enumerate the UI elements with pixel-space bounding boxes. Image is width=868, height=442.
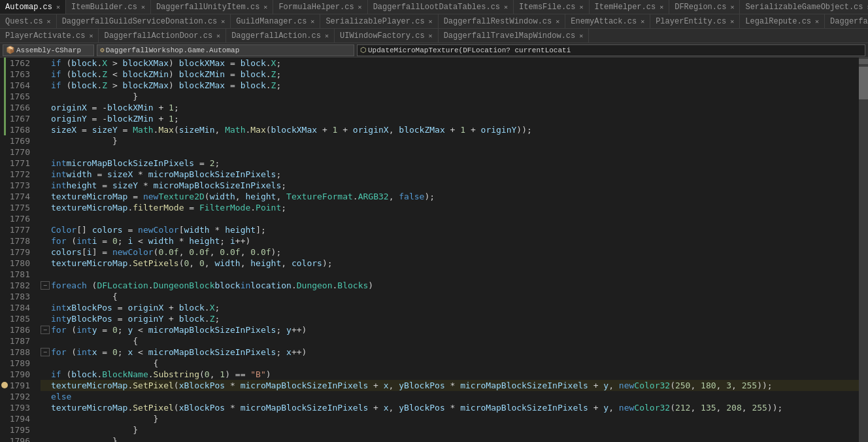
tab-EnemyAttack-cs[interactable]: EnemyAttack.cs✕ (565, 14, 650, 29)
fold-icon[interactable]: − (41, 281, 50, 290)
tab-DaggerfallUnityItem-cs[interactable]: DaggerfallUnityItem.cs✕ (151, 0, 273, 14)
code-line-1780: textureMicroMap.SetPixels(0, 0, width, h… (41, 258, 859, 269)
method-label: UpdateMicroMapTexture(DFLocation? curren… (368, 46, 571, 54)
line-num-1789: 1789 (9, 358, 34, 369)
tab-bar-row1: Automap.cs✕ItemBuilder.cs✕DaggerfallUnit… (0, 0, 868, 14)
indicator-1788 (0, 347, 9, 358)
code-line-1789: { (41, 358, 859, 369)
indicator-1773 (0, 180, 9, 191)
line-num-1762: 1762 (9, 58, 34, 69)
tab-close-5[interactable]: ✕ (641, 18, 644, 26)
indicator-1769 (0, 135, 9, 146)
line-num-1772: 1772 (9, 169, 34, 180)
tab-close-2[interactable]: ✕ (263, 3, 267, 11)
tab-FormulaHelper-cs[interactable]: FormulaHelper.cs✕ (273, 0, 367, 14)
code-line-1785: int yBlockPos = originY + block.Z; (41, 313, 859, 324)
fold-icon[interactable]: − (41, 326, 50, 334)
tab-LegalRepute-cs[interactable]: LegalRepute.cs✕ (740, 14, 825, 29)
code-line-1769: } (41, 135, 859, 146)
tab-close-0[interactable]: ✕ (56, 3, 60, 11)
tab-Automap-cs[interactable]: Automap.cs✕ (0, 0, 66, 14)
tab-PlayerEntity-cs[interactable]: PlayerEntity.cs✕ (650, 14, 740, 29)
code-line-1783: { (41, 291, 859, 302)
indicator-1764 (0, 80, 9, 91)
tab-ItemsFile-cs[interactable]: ItemsFile.cs✕ (514, 0, 589, 14)
tab-close-2[interactable]: ✕ (310, 18, 314, 26)
line-num-1767: 1767 (9, 113, 34, 124)
code-line-1776 (41, 213, 859, 224)
indicator-1779 (0, 246, 9, 258)
tab-close-1[interactable]: ✕ (141, 3, 145, 11)
indicator-1790 (0, 369, 9, 380)
tab-close-0[interactable]: ✕ (89, 32, 93, 40)
tab-close-6[interactable]: ✕ (730, 18, 734, 26)
tab-DaggerfallLootDataTables-cs[interactable]: DaggerfallLootDataTables.cs✕ (368, 0, 514, 14)
tab-close-3[interactable]: ✕ (429, 18, 433, 26)
tab-close-2[interactable]: ✕ (325, 32, 329, 40)
code-line-1775: textureMicroMap.filterMode = FilterMode.… (41, 202, 859, 213)
class-icon: ⚙ (100, 46, 105, 54)
indicator-1777 (0, 224, 9, 235)
tab-DaggerfallRestWindow-cs[interactable]: DaggerfallRestWindow.cs✕ (439, 14, 566, 29)
tab-Quest-cs[interactable]: Quest.cs✕ (0, 14, 57, 29)
tab-GuildManager-cs[interactable]: GuildManager.cs✕ (231, 14, 320, 29)
code-line-1772: int width = sizeX * microMapBlockSizeInP… (41, 169, 859, 180)
line-num-1764: 1764 (9, 80, 34, 91)
line-num-1768: 1768 (9, 124, 34, 135)
vertical-scrollbar[interactable] (859, 58, 868, 442)
code-line-1771: int microMapBlockSizeInPixels = 2; (41, 158, 859, 169)
code-line-1796: } (41, 435, 859, 442)
indicator-1794 (0, 415, 9, 426)
indicator-1782 (0, 280, 9, 291)
tab-SerializablePlayer-cs[interactable]: SerializablePlayer.cs✕ (320, 14, 438, 29)
tab-close-3[interactable]: ✕ (429, 32, 433, 40)
code-line-1768: sizeX = sizeY = Math.Max(sizeMin, Math.M… (41, 124, 859, 135)
tab-ItemHelper-cs[interactable]: ItemHelper.cs✕ (590, 0, 670, 14)
line-num-1782: 1782 (9, 280, 34, 291)
tab-close-4[interactable]: ✕ (579, 32, 583, 40)
tab-close-4[interactable]: ✕ (504, 3, 508, 11)
tab-DaggerfallAction-cs[interactable]: DaggerfallAction.cs✕ (226, 29, 335, 43)
tab-DaggerfallActionDoor-cs[interactable]: DaggerfallActionDoor.cs✕ (99, 29, 226, 43)
tab-close-1[interactable]: ✕ (216, 32, 220, 40)
tab-bar-row3: PlayerActivate.cs✕DaggerfallActionDoor.c… (0, 29, 868, 43)
tab-PlayerActivate-cs[interactable]: PlayerActivate.cs✕ (0, 29, 99, 43)
tab-close-7[interactable]: ✕ (730, 3, 734, 11)
code-line-1773: int height = sizeY * microMapBlockSizeIn… (41, 180, 859, 191)
tab-close-5[interactable]: ✕ (580, 3, 584, 11)
tab-close-3[interactable]: ✕ (358, 3, 362, 11)
tab-ItemBuilder-cs[interactable]: ItemBuilder.cs✕ (66, 0, 151, 14)
tab-UIWindowFactory-cs[interactable]: UIWindowFactory.cs✕ (335, 29, 439, 43)
tab-close-7[interactable]: ✕ (815, 18, 819, 26)
indicator-1775 (0, 202, 9, 213)
code-line-1779: colors[i] = new Color(0.0f, 0.0f, 0.0f, … (41, 246, 859, 258)
indicator-1792 (0, 393, 9, 404)
code-line-1781 (41, 269, 859, 280)
line-num-1778: 1778 (9, 235, 34, 246)
indicator-1774 (0, 191, 9, 202)
line-num-1785: 1785 (9, 313, 34, 324)
code-line-1793: textureMicroMap.SetPixel(xBlockPos * mic… (41, 402, 859, 413)
indicator-1786 (0, 324, 9, 335)
code-line-1791: textureMicroMap.SetPixel(xBlockPos * mic… (41, 380, 859, 391)
code-line-1788: − for (int x = 0; x < microMapBlockSizeI… (41, 347, 859, 358)
fold-icon[interactable]: − (41, 348, 50, 356)
code-line-1795: } (41, 424, 859, 435)
indicator-1787 (0, 335, 9, 347)
tab-DaggerfallTravelMapWindow-cs[interactable]: DaggerfallTravelMapWindow.cs✕ (439, 29, 590, 43)
code-content[interactable]: if (block.X > blockXMax) blockXMax = blo… (38, 58, 859, 442)
indicator-1780 (0, 258, 9, 269)
tab-close-1[interactable]: ✕ (221, 18, 225, 26)
code-line-1766: originX = -blockXMin + 1; (41, 102, 859, 113)
tab-DaggerfallGuildServiceDonation-cs[interactable]: DaggerfallGuildServiceDonation.cs✕ (57, 14, 231, 29)
tab-close-0[interactable]: ✕ (47, 18, 51, 26)
code-line-1770 (41, 146, 859, 158)
tab-DFRegion-cs[interactable]: DFRegion.cs✕ (669, 0, 740, 14)
tab-close-6[interactable]: ✕ (659, 3, 663, 11)
tab-DaggerfallCourtWindow-[interactable]: DaggerfallCourtWindow. (825, 14, 868, 29)
line-num-1792: 1792 (9, 391, 34, 402)
tab-close-4[interactable]: ✕ (556, 18, 559, 26)
tab-SerializableGameObject-cs[interactable]: SerializableGameObject.cs✕ (740, 0, 868, 14)
line-num-1763: 1763 (9, 69, 34, 80)
line-num-1770: 1770 (9, 146, 34, 158)
